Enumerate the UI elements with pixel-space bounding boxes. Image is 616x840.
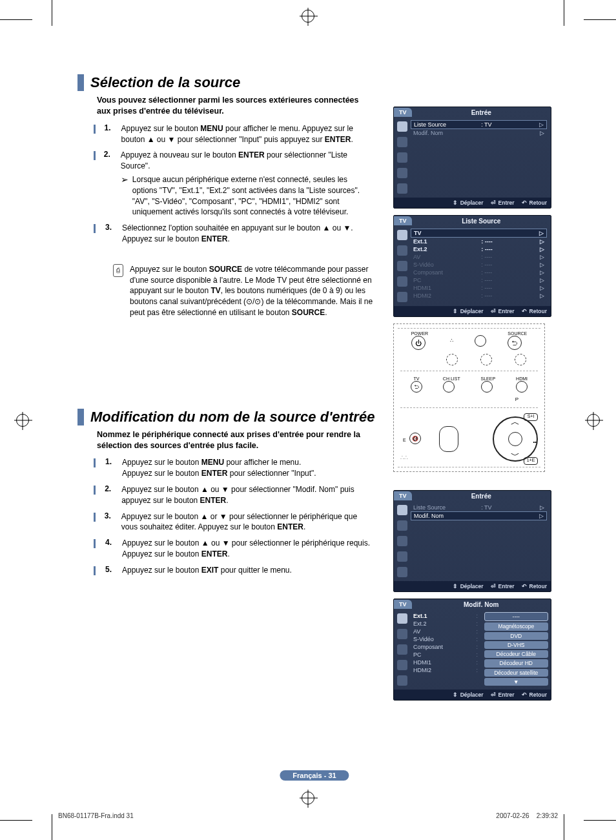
- osd-side-icon: [397, 292, 407, 302]
- step-item: 4.Appuyez sur le bouton ▲ ou ▼ pour séle…: [94, 538, 371, 560]
- osd-footer: ⇕Déplacer ⏎Entrer ↶Retour: [394, 690, 551, 700]
- osd-side-icon: [397, 613, 407, 624]
- modif-option-pill: ▼: [484, 678, 548, 686]
- osd-side-icon: [397, 660, 407, 670]
- remote-label-e: E: [403, 438, 406, 442]
- registration-mark-icon: [302, 792, 314, 804]
- osd-side-icon: [397, 629, 407, 639]
- remote-dots: ∴∴: [400, 455, 408, 461]
- osd-side-icon: [397, 168, 407, 178]
- registration-mark-icon: [587, 414, 600, 427]
- osd-row: HDMI2: ----▷: [411, 292, 547, 300]
- tip-source-button: ⎙ Appuyez sur le bouton SOURCE de votre …: [113, 264, 378, 318]
- osd-title-modif: Modif. Nom: [412, 601, 551, 608]
- modif-option-pill: D-VHS: [484, 641, 548, 649]
- intro-text-2: Nommez le périphérique connecté aux pris…: [97, 429, 368, 451]
- step-item: 3.Appuyez sur le bouton ▲ or ▼ pour séle…: [94, 511, 371, 533]
- remote-small-button: [446, 354, 458, 365]
- dpad-center: [508, 432, 522, 446]
- return-icon: ↶: [521, 200, 528, 206]
- osd-side-icon: [397, 183, 407, 194]
- osd-side-icon: [397, 567, 407, 577]
- hdmi-button-icon: [516, 381, 528, 393]
- crop-mark: [584, 19, 616, 20]
- osd-tab-tv: TV: [394, 600, 412, 609]
- osd-row: Ext.2: ----▷: [411, 245, 547, 253]
- step-item: 1.Appuyez sur le bouton MENU pour affich…: [94, 123, 371, 145]
- modif-source-label: Ext.1: [413, 612, 471, 620]
- mute-button-icon: 🔇: [409, 433, 421, 444]
- modif-option-pill: Magnétoscope: [484, 622, 548, 630]
- modif-option-pill: Décodeur HD: [484, 659, 548, 667]
- registration-mark-icon: [16, 414, 29, 427]
- osd-side-icon: [397, 276, 407, 287]
- footer-file: BN68-01177B-Fra.indd 31: [58, 812, 134, 819]
- osd-title-liste: Liste Source: [412, 218, 551, 225]
- crop-mark: [564, 814, 564, 840]
- osd-tab-tv: TV: [394, 108, 412, 117]
- modif-source-label: S-Vidéo: [413, 635, 471, 643]
- osd-row: HDMI1: ----▷: [411, 284, 547, 292]
- page-number-badge: Français - 31: [280, 770, 349, 781]
- osd-side-icon: [397, 121, 407, 132]
- osd-footer: ⇕Déplacer ⏎Entrer ↶Retour: [394, 581, 551, 591]
- step-item: 2.Appuyez sur le bouton ▲ ou ▼ pour séle…: [94, 484, 371, 506]
- osd-side-icon: [397, 520, 407, 531]
- osd-row: PC: ----▷: [411, 276, 547, 284]
- osd-column-top: TV Entrée Liste Source: TV▷Modif. Nom▷ ⇕…: [393, 107, 551, 472]
- osd-footer: ⇕Déplacer ⏎Entrer ↶Retour: [394, 198, 551, 208]
- remote-small-button: [475, 335, 486, 347]
- osd-tab-tv: TV: [394, 491, 412, 500]
- heading-source-selection: Sélection de la source: [90, 74, 240, 91]
- osd-title-entree: Entrée: [412, 493, 551, 500]
- osd-tab-tv: TV: [394, 216, 412, 225]
- remote-label-source: SOURCE: [508, 331, 527, 336]
- step-item: 3.Sélectionnez l'option souhaitée en app…: [94, 223, 371, 245]
- osd-panel-entree-2: TV Entrée Liste Source: TV▷Modif. Nom▷ ⇕…: [393, 490, 551, 592]
- osd-side-icon: [397, 137, 407, 147]
- chevron-up-icon: ︿: [511, 416, 520, 428]
- modif-source-label: Ext.2: [413, 620, 471, 628]
- print-footer: BN68-01177B-Fra.indd 31 2007-02-26 2:39:…: [58, 812, 558, 819]
- footer-timestamp: 2007-02-26 2:39:32: [496, 812, 558, 819]
- osd-row: TV▷: [411, 229, 547, 238]
- remote-dots: ∴: [450, 338, 453, 343]
- osd-side-icon: [397, 536, 407, 546]
- sleep-button-icon: [481, 381, 493, 393]
- osd-side-icon: [397, 245, 407, 256]
- osd-side-icon: [397, 551, 407, 562]
- remote-tip-icon: ⎙: [113, 264, 123, 277]
- step-item: 2.Appuyez à nouveau sur le bouton ENTER …: [94, 150, 371, 218]
- steps-list-2: 1.Appuyez sur le bouton MENU pour affich…: [94, 457, 371, 575]
- power-button-icon: ⏻: [411, 336, 426, 350]
- title-accent-bar: [77, 74, 84, 91]
- source-button-icon: ⮌: [508, 336, 522, 350]
- osd-row: Composant: ----▷: [411, 269, 547, 276]
- modif-source-label: HDMI1: [413, 659, 471, 666]
- crop-mark: [52, 814, 52, 840]
- enter-icon: ⏎: [490, 691, 497, 698]
- modif-source-label: Composant: [413, 643, 471, 651]
- osd-row: S-Vidéo: ----▷: [411, 261, 547, 269]
- modif-source-label: HDMI2: [413, 666, 471, 674]
- arrow-bullet-icon: ➢: [121, 175, 128, 218]
- modif-option-pill: Décodeur satellite: [484, 669, 548, 677]
- crop-mark: [564, 0, 564, 26]
- move-icon: ⇕: [452, 200, 458, 206]
- chevron-down-icon: ﹀: [511, 450, 520, 462]
- remote-small-button: [515, 354, 526, 365]
- step-subnote: ➢Lorsque aucun périphérique externe n'es…: [121, 174, 371, 218]
- enter-icon: ⏎: [490, 308, 497, 314]
- return-icon: ↶: [521, 308, 528, 314]
- crop-mark: [0, 820, 32, 821]
- osd-row: Liste Source: TV▷: [411, 504, 547, 511]
- chlist-button-icon: [443, 381, 455, 393]
- remote-illustration: POWER ⏻ ∴ SOURCE ⮌: [393, 323, 545, 472]
- intro-text-1: Vous pouvez sélectionner parmi les sourc…: [97, 95, 368, 117]
- osd-row: Liste Source: TV▷: [411, 120, 547, 129]
- title-accent-bar: [77, 409, 84, 425]
- enter-icon: ⏎: [490, 200, 497, 206]
- osd-column-bottom: TV Entrée Liste Source: TV▷Modif. Nom▷ ⇕…: [393, 490, 551, 707]
- modif-option-pill: DVD: [484, 632, 548, 640]
- osd-footer: ⇕Déplacer ⏎Entrer ↶Retour: [394, 306, 551, 316]
